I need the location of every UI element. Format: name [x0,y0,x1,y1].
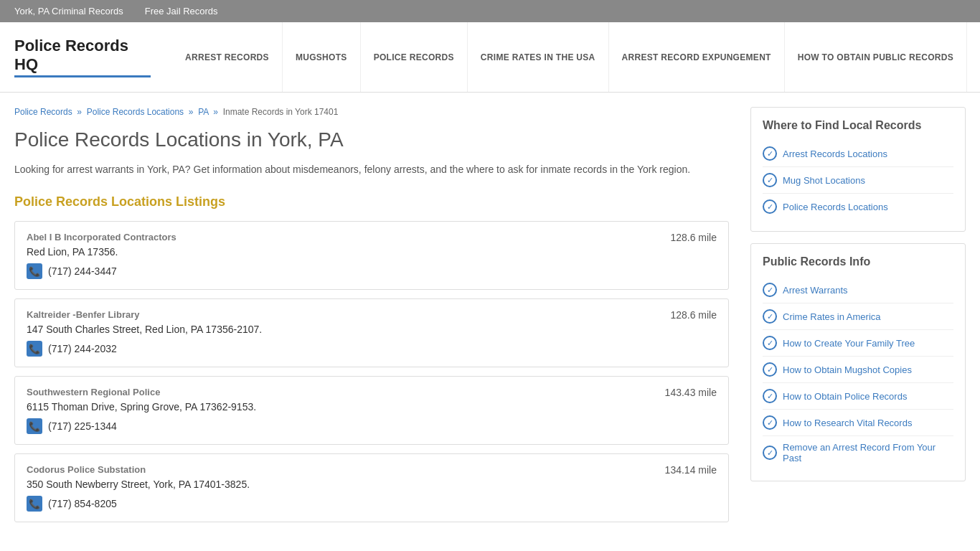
sidebar-link-mug-shot-locations[interactable]: ✓ Mug Shot Locations [763,167,953,194]
location-name-3: Codorus Police Substation [27,464,146,475]
top-bar-link-jail[interactable]: Free Jail Records [145,6,218,17]
sidebar-link-crime-rates-label[interactable]: Crime Rates in America [783,311,881,322]
nav-police-records[interactable]: POLICE RECORDS [361,22,468,92]
location-phone-number-1: (717) 244-2032 [48,343,117,354]
sidebar-local-records-title: Where to Find Local Records [763,119,953,132]
location-phone-1: 📞 (717) 244-2032 [27,341,717,357]
sidebar-link-mug-shot-label[interactable]: Mug Shot Locations [783,175,865,186]
sidebar-link-family-tree[interactable]: ✓ How to Create Your Family Tree [763,330,953,357]
location-card-2: Southwestern Regional Police 143.43 mile… [14,376,729,445]
sidebar-link-arrest-locations-label[interactable]: Arrest Records Locations [783,149,887,159]
location-name-0: Abel I B Incorporated Contractors [27,232,176,242]
page-title: Police Records Locations in York, PA [14,128,729,151]
breadcrumb-current: Inmate Records in York 17401 [223,107,339,117]
check-icon-police-records: ✓ [763,389,777,403]
check-icon-family-tree: ✓ [763,336,777,350]
sidebar-link-police-locations[interactable]: ✓ Police Records Locations [763,194,953,220]
breadcrumb-pa[interactable]: PA [198,107,208,117]
sidebar-link-police-records-label[interactable]: How to Obtain Police Records [783,391,907,402]
check-icon-arrest-warrants: ✓ [763,283,777,297]
breadcrumb-police-records-locations[interactable]: Police Records Locations [87,107,184,117]
logo-area: Police Records HQ [14,22,172,92]
location-card-0: Abel I B Incorporated Contractors 128.6 … [14,221,729,290]
location-distance-2: 143.43 mile [665,387,717,398]
location-phone-number-0: (717) 244-3447 [48,265,117,277]
sidebar-public-records-box: Public Records Info ✓ Arrest Warrants ✓ … [750,243,966,481]
check-icon-mug-shot: ✓ [763,173,777,187]
location-header-2: Southwestern Regional Police 143.43 mile [27,387,717,398]
location-address-0: Red Lion, PA 17356. [27,246,717,258]
location-phone-2: 📞 (717) 225-1344 [27,418,717,434]
main-content: Police Records » Police Records Location… [14,107,729,531]
phone-icon-0: 📞 [27,263,42,279]
location-phone-number-3: (717) 854-8205 [48,498,117,509]
sidebar-link-remove-arrest[interactable]: ✓ Remove an Arrest Record From Your Past [763,436,953,469]
sidebar-link-arrest-warrants[interactable]: ✓ Arrest Warrants [763,277,953,303]
phone-icon-3: 📞 [27,496,42,512]
location-distance-0: 128.6 mile [670,232,717,243]
top-bar-link-criminal[interactable]: York, PA Criminal Records [14,6,123,17]
location-address-1: 147 South Charles Street, Red Lion, PA 1… [27,324,717,335]
check-icon-police-locations: ✓ [763,199,777,214]
main-nav: ARREST RECORDS MUGSHOTS POLICE RECORDS C… [172,22,967,92]
location-header-1: Kaltreider -Benfer Library 128.6 mile [27,309,717,321]
sidebar-link-police-locations-label[interactable]: Police Records Locations [783,202,888,212]
sidebar-link-vital-records[interactable]: ✓ How to Research Vital Records [763,410,953,436]
header: Police Records HQ ARREST RECORDS MUGSHOT… [0,22,980,93]
check-icon-remove-arrest: ✓ [763,446,777,460]
section-title: Police Records Locations Listings [14,194,729,209]
phone-icon-2: 📞 [27,418,42,434]
location-address-2: 6115 Thoman Drive, Spring Grove, PA 1736… [27,401,717,413]
sidebar-link-arrest-locations[interactable]: ✓ Arrest Records Locations [763,141,953,167]
nav-crime-rates[interactable]: CRIME RATES IN THE USA [468,22,609,92]
location-name-2: Southwestern Regional Police [27,387,160,397]
breadcrumb-police-records[interactable]: Police Records [14,107,72,117]
sidebar-link-family-tree-label[interactable]: How to Create Your Family Tree [783,338,915,349]
logo[interactable]: Police Records HQ [14,37,151,77]
location-phone-3: 📞 (717) 854-8205 [27,496,717,512]
content-wrapper: Police Records » Police Records Location… [0,93,980,545]
sidebar-link-mugshot-copies[interactable]: ✓ How to Obtain Mugshot Copies [763,357,953,383]
check-icon-arrest-locations: ✓ [763,146,777,161]
location-card-1: Kaltreider -Benfer Library 128.6 mile 14… [14,298,729,367]
check-icon-vital-records: ✓ [763,415,777,430]
location-distance-1: 128.6 mile [670,309,717,321]
top-bar: York, PA Criminal Records Free Jail Reco… [0,0,980,22]
sidebar-link-mugshot-copies-label[interactable]: How to Obtain Mugshot Copies [783,364,912,375]
sidebar-link-arrest-warrants-label[interactable]: Arrest Warrants [783,285,848,296]
sidebar: Where to Find Local Records ✓ Arrest Rec… [750,107,966,531]
sidebar-local-records-box: Where to Find Local Records ✓ Arrest Rec… [750,107,966,232]
sidebar-link-police-records[interactable]: ✓ How to Obtain Police Records [763,383,953,410]
nav-obtain-records[interactable]: HOW TO OBTAIN PUBLIC RECORDS [785,22,967,92]
location-distance-3: 134.14 mile [665,464,717,476]
check-icon-mugshot-copies: ✓ [763,362,777,377]
location-phone-number-2: (717) 225-1344 [48,420,117,432]
phone-icon-1: 📞 [27,341,42,357]
location-card-3: Codorus Police Substation 134.14 mile 35… [14,453,729,522]
location-address-3: 350 South Newberry Street, York, PA 1740… [27,479,717,490]
sidebar-link-remove-arrest-label[interactable]: Remove an Arrest Record From Your Past [783,442,953,463]
nav-mugshots[interactable]: MUGSHOTS [283,22,361,92]
location-header-3: Codorus Police Substation 134.14 mile [27,464,717,476]
location-name-1: Kaltreider -Benfer Library [27,309,140,320]
check-icon-crime-rates: ✓ [763,309,777,324]
sidebar-public-records-title: Public Records Info [763,255,953,268]
nav-arrest-records[interactable]: ARREST RECORDS [172,22,283,92]
breadcrumb: Police Records » Police Records Location… [14,107,729,117]
location-header-0: Abel I B Incorporated Contractors 128.6 … [27,232,717,243]
sidebar-link-crime-rates[interactable]: ✓ Crime Rates in America [763,303,953,330]
nav-expungement[interactable]: ARREST RECORD EXPUNGEMENT [609,22,785,92]
sidebar-link-vital-records-label[interactable]: How to Research Vital Records [783,418,912,428]
page-description: Looking for arrest warrants in York, PA?… [14,161,729,177]
location-phone-0: 📞 (717) 244-3447 [27,263,717,279]
